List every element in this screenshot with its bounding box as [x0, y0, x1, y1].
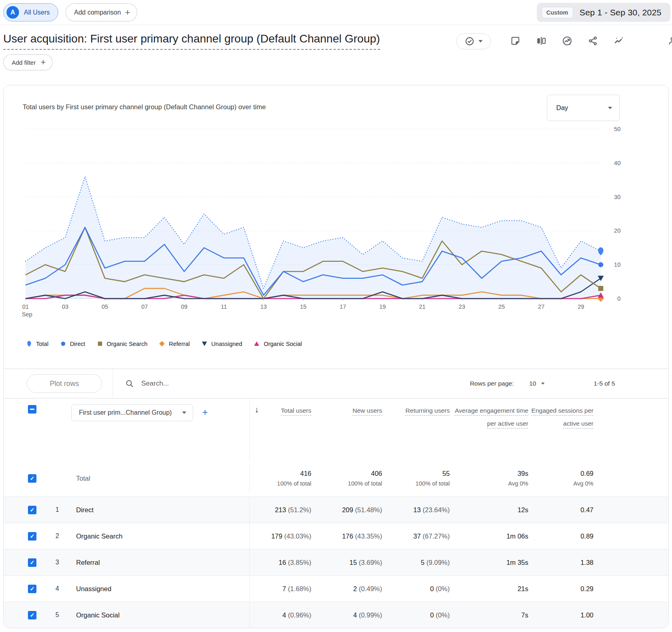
- cell-percent: (43.03%): [282, 532, 311, 540]
- cell-value: 21s: [517, 585, 528, 592]
- column-header-5[interactable]: Engaged sessions per active user: [532, 407, 593, 427]
- dimension-select[interactable]: First user prim...Channel Group): [71, 404, 193, 421]
- x-axis-label: 03: [62, 303, 68, 310]
- cell-value: 7: [282, 585, 286, 592]
- square-icon: [96, 340, 104, 348]
- report-header: User acquisition: First user primary cha…: [0, 25, 672, 53]
- filter-bar: Add filter +: [0, 53, 672, 78]
- timeseries-chart[interactable]: 0102030405001Sep030507091113151719212325…: [4, 85, 669, 328]
- row-checkbox[interactable]: ✓: [28, 474, 36, 483]
- column-header-4[interactable]: Average engagement time per active user: [455, 407, 528, 427]
- cell-value: 176: [342, 532, 353, 540]
- table-search: [125, 379, 470, 388]
- search-input[interactable]: [141, 380, 311, 388]
- plus-icon: +: [125, 8, 130, 17]
- column-header-3[interactable]: Returning users: [406, 407, 450, 414]
- y-axis-label: 20: [614, 227, 621, 234]
- cell-value: 1m 06s: [506, 532, 528, 540]
- cell-value: 179: [271, 532, 283, 540]
- date-range-picker[interactable]: Custom Sep 1 - Sep 30, 2025: [537, 3, 670, 22]
- row-checkbox[interactable]: ✓: [28, 558, 36, 567]
- cell-percent: (43.35%): [353, 532, 382, 540]
- share-icon[interactable]: [588, 36, 598, 46]
- circle-icon: [60, 340, 67, 348]
- circle-marker: [61, 341, 65, 346]
- cell-percent: (51.2%): [286, 506, 311, 513]
- report-action-icons: [510, 36, 624, 46]
- add-filter-button[interactable]: Add filter +: [3, 54, 53, 70]
- table-body: ✓Total416100% of total406100% of total55…: [4, 462, 668, 628]
- plus-icon: +: [40, 58, 46, 67]
- cell-percent: (3.85%): [286, 559, 311, 566]
- y-axis-label: 30: [614, 194, 621, 200]
- square-marker: [98, 341, 102, 346]
- row-checkbox[interactable]: ✓: [28, 611, 36, 619]
- ab-compare-icon[interactable]: [536, 36, 547, 46]
- audience-avatar: A: [6, 6, 19, 19]
- y-axis-label: 10: [614, 261, 621, 268]
- report-card: Total users by First user primary channe…: [3, 85, 669, 628]
- cell-value: 1.38: [581, 559, 593, 566]
- cell-percent: (9.09%): [425, 559, 450, 566]
- table-row-organic-search: ✓2Organic Search179 (43.03%)176 (43.35%)…: [4, 523, 668, 549]
- rows-per-page-select[interactable]: 10: [529, 380, 545, 387]
- add-dimension-button[interactable]: +: [202, 407, 208, 418]
- circle-marker: [598, 262, 603, 267]
- x-axis-label: 19: [379, 303, 386, 310]
- chevron-down-icon: [541, 382, 545, 384]
- x-axis-label: 01: [22, 303, 29, 310]
- cell-percent: (67.27%): [421, 532, 450, 540]
- legend-label: Organic Search: [107, 341, 148, 347]
- report-validity-button[interactable]: [456, 33, 491, 49]
- cell-value: 0.29: [581, 585, 593, 592]
- total-subvalue: Avg 0%: [528, 480, 593, 487]
- legend-item-referral[interactable]: Referral: [158, 340, 190, 348]
- legend-item-unassigned[interactable]: Unassigned: [201, 340, 242, 348]
- y-axis-label: 40: [614, 160, 621, 166]
- x-axis-label: 11: [221, 303, 227, 310]
- cell-value: 0: [430, 611, 434, 619]
- trend-scorecard-icon[interactable]: [562, 36, 572, 46]
- cell-percent: (0.99%): [357, 611, 382, 619]
- row-number: 3: [43, 549, 64, 575]
- x-axis-month-label: Sep: [22, 311, 32, 318]
- insights-icon[interactable]: [614, 36, 624, 46]
- clipped-edge-icon[interactable]: [668, 36, 672, 46]
- x-axis-label: 09: [181, 303, 187, 310]
- legend-item-total[interactable]: Total: [26, 340, 49, 348]
- total-row-label: Total: [64, 464, 249, 492]
- cell-percent: (0%): [434, 585, 450, 592]
- x-axis-label: 21: [419, 303, 425, 310]
- x-axis-label: 27: [538, 303, 544, 310]
- chart-section: Total users by First user primary channe…: [4, 85, 668, 369]
- cell-percent: (0.96%): [286, 611, 311, 619]
- legend-item-direct[interactable]: Direct: [60, 340, 85, 348]
- row-number: 2: [43, 523, 64, 549]
- total-value: 39s: [450, 470, 528, 477]
- pagination-range: 1-5 of 5: [593, 380, 615, 387]
- plot-rows-button[interactable]: Plot rows: [27, 374, 102, 393]
- cell-value: 0: [430, 585, 434, 592]
- legend-item-organic-social[interactable]: Organic Social: [253, 340, 302, 348]
- channel-name: Direct: [64, 497, 249, 523]
- total-area-fill: [26, 176, 601, 299]
- add-comparison-button[interactable]: Add comparison +: [66, 3, 137, 21]
- note-icon[interactable]: [510, 36, 521, 46]
- cell-value: 1.00: [581, 611, 593, 619]
- y-axis-label: 50: [614, 126, 621, 132]
- chevron-down-icon: [478, 40, 483, 42]
- select-all-checkbox[interactable]: [28, 405, 36, 414]
- legend-item-organic-search[interactable]: Organic Search: [96, 340, 148, 348]
- row-number: 5: [43, 602, 64, 628]
- audience-chip-all-users[interactable]: A All Users: [3, 3, 58, 21]
- column-header-2[interactable]: New users: [353, 407, 382, 414]
- table-row-referral: ✓3Referral16 (3.85%)15 (3.69%)5 (9.09%)1…: [4, 549, 668, 575]
- legend-label: Organic Social: [264, 341, 302, 347]
- row-checkbox[interactable]: ✓: [28, 532, 36, 541]
- channel-name: Organic Social: [64, 602, 249, 628]
- cell-percent: (51.48%): [353, 506, 382, 513]
- row-checkbox[interactable]: ✓: [28, 506, 36, 514]
- sort-descending-icon[interactable]: ↓: [255, 405, 259, 414]
- row-checkbox[interactable]: ✓: [28, 585, 36, 593]
- column-header-1[interactable]: Total users: [281, 407, 311, 414]
